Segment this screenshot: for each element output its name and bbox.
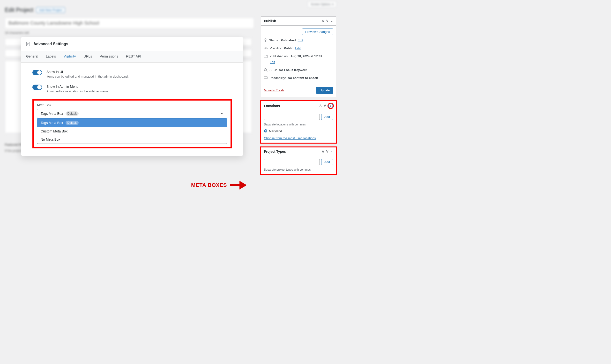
tab-general[interactable]: General: [26, 51, 39, 62]
svg-rect-2: [264, 55, 267, 58]
modal-title: Advanced Settings: [33, 42, 68, 46]
svg-point-0: [265, 39, 266, 40]
metabox-field-annotation: Meta Box Tags Meta Box Default Tags Meta…: [32, 99, 232, 148]
locations-hint: Separate locations with commas: [264, 123, 333, 126]
metabox-label: Meta Box: [37, 103, 227, 107]
option-label: Tags Meta Box: [41, 121, 63, 125]
tab-visibility[interactable]: Visibility: [63, 51, 76, 62]
remove-tag-icon[interactable]: [264, 129, 268, 133]
project-types-input[interactable]: [264, 159, 320, 165]
move-down-icon[interactable]: ᐯ: [326, 20, 329, 23]
project-types-title: Project Types: [264, 150, 286, 154]
svg-rect-7: [230, 184, 239, 186]
date-edit-link[interactable]: Edit: [270, 60, 275, 65]
project-types-hint: Separate project types with commas: [264, 168, 333, 171]
choose-locations-link[interactable]: Choose from the most used locations: [264, 136, 333, 140]
search-icon: [264, 68, 268, 72]
show-in-admin-menu-title: Show In Admin Menu: [46, 85, 109, 89]
publish-title: Publish: [264, 19, 276, 23]
published-on-value: Aug 28, 2024 at 17:49: [290, 54, 322, 59]
visibility-value: Public: [284, 46, 293, 51]
visibility-label: Visibility:: [270, 46, 282, 51]
show-in-ui-toggle[interactable]: [32, 70, 42, 75]
svg-point-1: [265, 48, 266, 49]
chevron-up-icon: [220, 112, 223, 115]
default-badge: Default: [66, 111, 79, 116]
collapse-icon[interactable]: ▲: [331, 150, 333, 153]
publish-panel: Publish ᐱ ᐯ ▲ Preview Changes Status: Pu…: [261, 16, 336, 97]
seo-label: SEO:: [270, 68, 277, 73]
metabox-option-tags[interactable]: Tags Meta Box Default: [37, 118, 227, 127]
meta-boxes-text: META BOXES: [191, 182, 227, 188]
modal-header: Advanced Settings: [21, 37, 243, 51]
metabox-option-custom[interactable]: Custom Meta Box: [37, 127, 227, 135]
show-in-ui-desc: Items can be edited and managed in the a…: [46, 75, 129, 78]
status-edit-link[interactable]: Edit: [298, 38, 303, 43]
show-in-admin-menu-toggle[interactable]: [32, 85, 42, 90]
calendar-icon: [264, 54, 268, 58]
move-down-icon[interactable]: ᐯ: [324, 104, 327, 107]
modal-tabs: General Labels Visibility URLs Permissio…: [21, 51, 243, 63]
move-up-icon[interactable]: ᐱ: [320, 104, 322, 107]
status-value: Published: [281, 38, 296, 43]
tab-labels[interactable]: Labels: [45, 51, 56, 62]
settings-doc-icon: [26, 41, 30, 46]
metabox-dropdown: Tags Meta Box Default Custom Meta Box No…: [37, 118, 227, 144]
collapse-icon[interactable]: ▲: [331, 20, 333, 23]
project-types-panel-header: Project Types ᐱ ᐯ ▲: [261, 147, 336, 156]
advanced-settings-modal: Advanced Settings General Labels Visibil…: [21, 37, 243, 156]
locations-panel: Locations ᐱ ᐯ ▲ Add Separate locations w…: [261, 101, 336, 143]
screen-options-label: Screen Options: [311, 3, 331, 6]
show-in-ui-title: Show In UI: [46, 70, 129, 74]
eye-icon: [264, 46, 268, 50]
locations-title: Locations: [264, 104, 280, 108]
default-badge: Default: [66, 121, 79, 125]
move-down-icon[interactable]: ᐯ: [326, 150, 329, 153]
tab-rest-api[interactable]: REST API: [125, 51, 142, 62]
publish-panel-header: Publish ᐱ ᐯ ▲: [261, 17, 336, 26]
project-types-panel: Project Types ᐱ ᐯ ▲ Add Separate project…: [261, 147, 336, 174]
seo-value: No Focus Keyword: [279, 68, 307, 73]
add-new-button[interactable]: Add New Project: [36, 7, 65, 13]
modal-body: Show In UI Items can be edited and manag…: [21, 63, 243, 156]
tab-urls[interactable]: URLs: [83, 51, 92, 62]
readability-value: No content to check: [288, 76, 318, 81]
sidebar: Publish ᐱ ᐯ ▲ Preview Changes Status: Pu…: [261, 16, 336, 174]
project-title-input[interactable]: [5, 18, 254, 28]
metabox-selected-value: Tags Meta Box: [41, 112, 63, 116]
move-up-icon[interactable]: ᐱ: [322, 20, 325, 23]
page-title: Edit Project: [5, 7, 33, 13]
meta-boxes-annotation: META BOXES: [191, 181, 247, 190]
metabox-option-none[interactable]: No Meta Box: [37, 135, 227, 143]
locations-panel-header: Locations ᐱ ᐯ ▲: [261, 101, 336, 111]
svg-point-3: [264, 69, 266, 71]
locations-add-button[interactable]: Add: [321, 114, 333, 120]
arrow-right-icon: [230, 181, 247, 190]
published-on-label: Published on:: [270, 54, 289, 59]
metabox-select[interactable]: Tags Meta Box Default: [37, 109, 227, 118]
status-label: Status:: [269, 38, 279, 43]
update-button[interactable]: Update: [316, 87, 333, 94]
pin-icon: [264, 39, 267, 42]
show-in-admin-menu-desc: Admin editor navigation in the sidebar m…: [46, 90, 109, 93]
preview-changes-button[interactable]: Preview Changes: [302, 28, 333, 35]
location-tag: Maryland: [269, 129, 282, 133]
chevron-down-icon: ▾: [332, 3, 334, 6]
monitor-icon: [264, 76, 268, 79]
move-to-trash-link[interactable]: Move to Trash: [264, 89, 284, 92]
readability-label: Readability:: [270, 76, 286, 81]
screen-options-button[interactable]: Screen Options ▾: [308, 1, 336, 7]
x-circle-icon: [264, 129, 268, 133]
svg-marker-8: [239, 181, 247, 190]
svg-rect-4: [264, 77, 267, 78]
move-up-icon[interactable]: ᐱ: [322, 150, 325, 153]
collapse-icon[interactable]: ▲: [328, 104, 333, 108]
visibility-edit-link[interactable]: Edit: [295, 46, 300, 51]
locations-input[interactable]: [264, 114, 320, 120]
tab-permissions[interactable]: Permissions: [99, 51, 119, 62]
project-types-add-button[interactable]: Add: [321, 159, 333, 165]
